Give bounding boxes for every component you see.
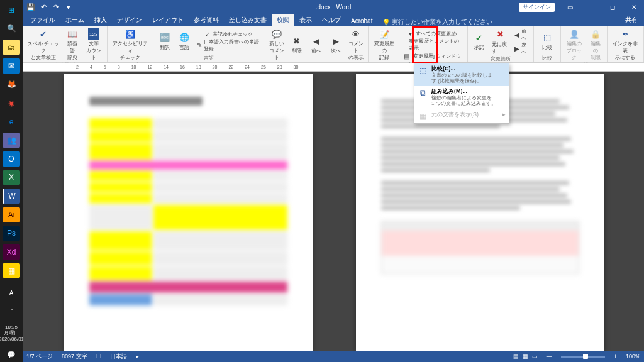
tab-view[interactable]: 表示 bbox=[294, 14, 317, 26]
start-icon[interactable]: ⊞ bbox=[3, 3, 20, 18]
app-icon[interactable]: ▦ bbox=[3, 263, 20, 278]
compare-dropdown: ⬚ 比較(C)...文書の 2 つの版を比較します (比較結果を保存)。 ⧉ 組… bbox=[414, 63, 509, 124]
web-layout-icon[interactable]: ▭ bbox=[532, 353, 538, 359]
save-icon[interactable]: 💾 bbox=[26, 3, 35, 11]
accessibility-icon: ♿ bbox=[125, 28, 136, 40]
new-comment-button[interactable]: 💬新しい コメント bbox=[267, 28, 286, 62]
group-changes-label: 変更箇所 bbox=[470, 55, 531, 63]
compare-icon: ⬚ bbox=[541, 32, 553, 43]
prev-change-button[interactable]: ◀前へ bbox=[513, 28, 531, 41]
dropdown-icon: ▾ bbox=[407, 30, 414, 37]
chrome-icon[interactable]: ◉ bbox=[3, 96, 20, 111]
explorer-icon[interactable]: 🗂 bbox=[3, 40, 20, 55]
thesaurus-button[interactable]: 📖類義語 辞典 bbox=[64, 28, 81, 62]
ribbon-options-icon[interactable]: ▭ bbox=[560, 0, 580, 14]
submenu-arrow-icon: ▸ bbox=[502, 111, 506, 121]
outlook-icon[interactable]: O bbox=[3, 151, 20, 167]
accessibility-button[interactable]: ♿アクセシビリティ チェック bbox=[110, 28, 150, 62]
tab-help[interactable]: ヘルプ bbox=[317, 14, 346, 26]
read-mode-icon[interactable]: ▤ bbox=[513, 353, 519, 359]
language-status[interactable]: 日本語 bbox=[110, 353, 127, 361]
edge-icon[interactable]: e bbox=[3, 114, 20, 129]
hide-ink-button[interactable]: ✒インクを非表 示にする bbox=[610, 28, 641, 62]
prev-change-icon: ◀ bbox=[514, 31, 520, 38]
spellcheck-button[interactable]: ✔スペル チェック と文章校正 bbox=[25, 28, 62, 62]
signin-button[interactable]: サインイン bbox=[519, 3, 555, 12]
tab-review[interactable]: 校閲 bbox=[272, 14, 294, 26]
wordcount-icon: 123 bbox=[88, 28, 99, 40]
block-authors-button[interactable]: 👤編集の ブロック bbox=[564, 28, 585, 62]
redo-icon[interactable]: ↷ bbox=[52, 3, 60, 11]
compare-button[interactable]: ⬚比較 bbox=[536, 28, 558, 55]
compare-doc-icon: ⬚ bbox=[418, 65, 428, 75]
tab-insert[interactable]: 挿入 bbox=[89, 14, 112, 26]
markup-icon: ☲ bbox=[401, 41, 408, 48]
excel-icon[interactable]: X bbox=[3, 170, 20, 185]
tab-layout[interactable]: レイアウト bbox=[147, 14, 189, 26]
tell-me[interactable]: 💡実行したい作業を入力してください bbox=[382, 18, 492, 26]
show-comments-button[interactable]: 👁コメント の表示 bbox=[347, 28, 365, 62]
teams-icon[interactable]: 👥 bbox=[3, 133, 20, 148]
zoom-in-icon[interactable]: + bbox=[614, 353, 617, 359]
tray-up-icon[interactable]: ˄ bbox=[3, 304, 20, 319]
word-icon[interactable]: W bbox=[3, 189, 20, 204]
qat-more-icon[interactable]: ▾ bbox=[64, 3, 73, 11]
clock[interactable]: 10:25 月曜日 2020/06/01 bbox=[0, 323, 24, 344]
bulb-icon: 💡 bbox=[382, 19, 390, 26]
combine-menu-item[interactable]: ⧉ 組み込み(M)...複数の編集者による変更を1 つの文書に組み込みます。 bbox=[414, 86, 509, 109]
reject-icon: ✖ bbox=[494, 29, 506, 40]
close-icon[interactable]: ✕ bbox=[624, 0, 644, 14]
show-source-menu-item: ▦ 元の文書を表示(S) ▸ bbox=[414, 109, 509, 123]
undo-icon[interactable]: ↶ bbox=[39, 3, 48, 11]
translate-button[interactable]: 🔤翻訳 bbox=[156, 28, 174, 55]
page-count[interactable]: 1/7 ページ bbox=[26, 353, 53, 361]
document-canvas[interactable] bbox=[23, 72, 644, 351]
notifications-icon[interactable]: 💬 bbox=[3, 347, 20, 362]
ime-icon[interactable]: A bbox=[3, 285, 20, 300]
tab-references[interactable]: 参考資料 bbox=[189, 14, 224, 26]
track-changes-button[interactable]: 📝変更履歴の 記録 bbox=[371, 28, 397, 62]
show-icon: 👁 bbox=[350, 28, 362, 40]
language-button[interactable]: 🌐言語 bbox=[175, 28, 193, 55]
macro-icon[interactable]: ▸ bbox=[136, 353, 139, 359]
lock-icon: 🔒 bbox=[590, 28, 601, 40]
restrict-editing-button[interactable]: 🔒編集の 制限 bbox=[587, 28, 604, 62]
show-markup-button[interactable]: ☲変更履歴とコメントの表示 bbox=[399, 38, 464, 52]
next-change-button[interactable]: ▶次へ bbox=[513, 41, 531, 55]
xd-icon[interactable]: Xd bbox=[3, 244, 20, 260]
mail-icon[interactable]: ✉ bbox=[3, 58, 20, 74]
delete-comment-button[interactable]: ✖削除 bbox=[288, 28, 306, 62]
search-icon[interactable]: 🔍 bbox=[3, 21, 20, 36]
ruler[interactable]: 24681012141618202224262830 bbox=[23, 63, 644, 72]
ime-register-button[interactable]: ✎日本語入力辞書への単語登録 bbox=[195, 38, 262, 52]
maximize-icon[interactable]: ◻ bbox=[602, 0, 623, 14]
prev-comment-button[interactable]: ◀前へ bbox=[308, 28, 325, 62]
word-count[interactable]: 8097 文字 bbox=[62, 353, 87, 361]
zoom-level[interactable]: 100% bbox=[626, 353, 640, 359]
reviewing-pane-button[interactable]: ▤[変更履歴] ウィンドウ bbox=[399, 52, 464, 60]
photoshop-icon[interactable]: Ps bbox=[3, 226, 20, 241]
comment-icon: 💬 bbox=[271, 28, 282, 40]
display-review-button[interactable]: ▾すべての変更履歴/ bbox=[399, 30, 464, 37]
minimize-icon[interactable]: — bbox=[581, 0, 601, 14]
share-button[interactable]: 共有 bbox=[619, 14, 644, 26]
zoom-out-icon[interactable]: — bbox=[547, 353, 552, 359]
reject-button[interactable]: ✖元に戻す bbox=[490, 28, 511, 55]
next-comment-button[interactable]: ▶次へ bbox=[327, 28, 345, 62]
group-language-label: 言語 bbox=[156, 55, 262, 62]
print-layout-icon[interactable]: ▦ bbox=[523, 353, 528, 359]
notation-check-button[interactable]: ✓表記ゆれチェック bbox=[195, 31, 262, 38]
tab-design[interactable]: デザイン bbox=[112, 14, 147, 26]
tab-home[interactable]: ホーム bbox=[60, 14, 89, 26]
zoom-slider[interactable] bbox=[561, 356, 605, 358]
tab-file[interactable]: ファイル bbox=[25, 14, 60, 26]
tab-mailings[interactable]: 差し込み文書 bbox=[224, 14, 272, 26]
accept-button[interactable]: ✔承諾 bbox=[470, 28, 488, 55]
wordcount-button[interactable]: 123文字 カウント bbox=[83, 28, 104, 62]
group-compare-label: 比較 bbox=[536, 55, 558, 62]
compare-menu-item[interactable]: ⬚ 比較(C)...文書の 2 つの版を比較します (比較結果を保存)。 bbox=[414, 63, 509, 86]
proof-icon[interactable]: ☐ bbox=[96, 353, 101, 359]
tab-acrobat[interactable]: Acrobat bbox=[346, 16, 377, 26]
firefox-icon[interactable]: 🦊 bbox=[3, 77, 20, 92]
illustrator-icon[interactable]: Ai bbox=[3, 207, 20, 222]
